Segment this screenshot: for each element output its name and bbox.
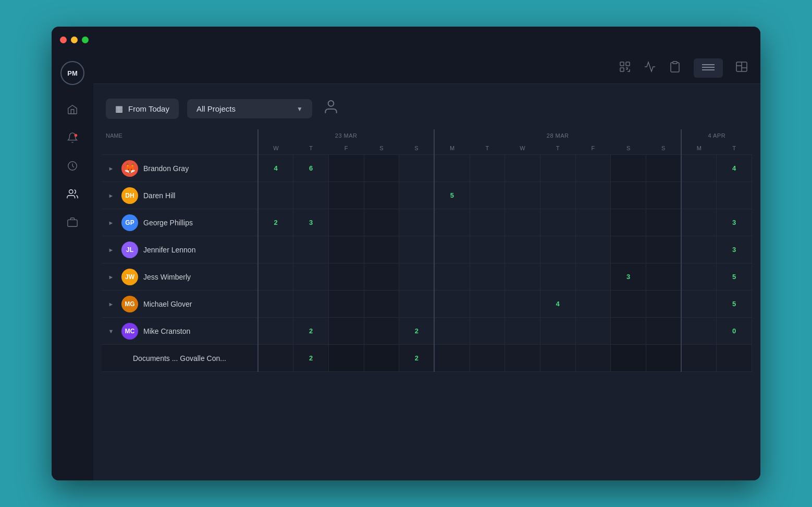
- expand-button[interactable]: ►: [106, 272, 116, 282]
- grid-cell[interactable]: [646, 345, 681, 372]
- grid-cell[interactable]: [646, 318, 681, 345]
- grid-cell[interactable]: [328, 263, 364, 291]
- grid-cell[interactable]: 5: [717, 263, 752, 291]
- grid-cell[interactable]: [470, 155, 505, 182]
- grid-cell[interactable]: [611, 209, 646, 236]
- grid-cell[interactable]: [646, 236, 681, 263]
- grid-cell[interactable]: [328, 345, 364, 372]
- grid-cell[interactable]: [293, 263, 329, 291]
- grid-container[interactable]: NAME 23 MAR 28 MAR 4 APR: [93, 129, 760, 480]
- grid-cell[interactable]: [681, 318, 717, 345]
- grid-cell[interactable]: 6: [293, 155, 329, 182]
- grid-cell[interactable]: [575, 263, 611, 291]
- grid-cell[interactable]: [540, 209, 575, 236]
- grid-cell[interactable]: 2: [293, 318, 329, 345]
- table-view-icon[interactable]: [694, 58, 723, 78]
- grid-cell[interactable]: [399, 236, 435, 263]
- grid-cell[interactable]: [434, 236, 470, 263]
- grid-cell[interactable]: [646, 182, 681, 209]
- grid-cell[interactable]: [540, 345, 575, 372]
- grid-cell[interactable]: [293, 291, 329, 318]
- grid-cell[interactable]: [399, 209, 435, 236]
- grid-cell[interactable]: 3: [293, 209, 329, 236]
- grid-cell[interactable]: [611, 155, 646, 182]
- grid-cell[interactable]: 2: [399, 345, 435, 372]
- grid-cell[interactable]: [470, 318, 505, 345]
- grid-cell[interactable]: [364, 182, 399, 209]
- maximize-button[interactable]: [82, 37, 89, 43]
- grid-cell[interactable]: [364, 291, 399, 318]
- grid-cell[interactable]: [364, 209, 399, 236]
- grid-cell[interactable]: [434, 318, 470, 345]
- grid-cell[interactable]: [505, 182, 540, 209]
- grid-cell[interactable]: [681, 345, 717, 372]
- scan-icon[interactable]: [619, 61, 631, 76]
- grid-cell[interactable]: [434, 155, 470, 182]
- grid-cell[interactable]: [470, 236, 505, 263]
- grid-cell[interactable]: [540, 155, 575, 182]
- grid-cell[interactable]: [328, 291, 364, 318]
- grid-cell[interactable]: 4: [717, 155, 752, 182]
- grid-cell[interactable]: [505, 345, 540, 372]
- grid-cell[interactable]: [399, 263, 435, 291]
- grid-cell[interactable]: [611, 318, 646, 345]
- grid-cell[interactable]: [681, 263, 717, 291]
- grid-cell[interactable]: [681, 291, 717, 318]
- grid-cell[interactable]: [293, 236, 329, 263]
- grid-cell[interactable]: [505, 318, 540, 345]
- grid-cell[interactable]: [434, 291, 470, 318]
- sidebar-item-time[interactable]: [60, 154, 84, 178]
- grid-cell[interactable]: [470, 182, 505, 209]
- grid-cell[interactable]: [505, 236, 540, 263]
- grid-cell[interactable]: [258, 318, 293, 345]
- grid-cell[interactable]: [328, 155, 364, 182]
- grid-cell[interactable]: [434, 263, 470, 291]
- grid-cell[interactable]: [717, 182, 752, 209]
- grid-cell[interactable]: 2: [399, 318, 435, 345]
- activity-icon[interactable]: [644, 61, 656, 76]
- grid-cell[interactable]: [399, 182, 435, 209]
- grid-cell[interactable]: [364, 345, 399, 372]
- grid-cell[interactable]: 4: [540, 291, 575, 318]
- grid-cell[interactable]: [258, 291, 293, 318]
- grid-cell[interactable]: [681, 209, 717, 236]
- grid-cell[interactable]: 2: [293, 345, 329, 372]
- grid-cell[interactable]: [434, 345, 470, 372]
- grid-cell[interactable]: [399, 155, 435, 182]
- close-button[interactable]: [60, 37, 67, 43]
- grid-cell[interactable]: [575, 345, 611, 372]
- grid-cell[interactable]: [470, 345, 505, 372]
- grid-cell[interactable]: 0: [717, 318, 752, 345]
- grid-cell[interactable]: [646, 291, 681, 318]
- projects-dropdown[interactable]: All Projects ▼: [187, 99, 312, 118]
- grid-cell[interactable]: [646, 209, 681, 236]
- grid-cell[interactable]: 4: [258, 155, 293, 182]
- grid-cell[interactable]: [575, 182, 611, 209]
- grid-cell[interactable]: [505, 155, 540, 182]
- grid-cell[interactable]: [681, 236, 717, 263]
- grid-cell[interactable]: [611, 291, 646, 318]
- grid-cell[interactable]: [540, 318, 575, 345]
- grid-cell[interactable]: [364, 318, 399, 345]
- grid-cell[interactable]: [470, 263, 505, 291]
- split-view-icon[interactable]: [735, 61, 748, 76]
- grid-cell[interactable]: [364, 236, 399, 263]
- expand-button[interactable]: ►: [106, 163, 116, 174]
- grid-cell[interactable]: 5: [434, 182, 470, 209]
- grid-cell[interactable]: [470, 291, 505, 318]
- grid-cell[interactable]: [575, 155, 611, 182]
- grid-cell[interactable]: [399, 291, 435, 318]
- grid-cell[interactable]: 2: [258, 209, 293, 236]
- grid-cell[interactable]: [611, 236, 646, 263]
- grid-cell[interactable]: [364, 155, 399, 182]
- grid-cell[interactable]: [540, 182, 575, 209]
- grid-cell[interactable]: [646, 155, 681, 182]
- sidebar-item-projects[interactable]: [60, 210, 84, 234]
- grid-cell[interactable]: [611, 182, 646, 209]
- clipboard-icon[interactable]: [669, 61, 681, 76]
- grid-cell[interactable]: [646, 263, 681, 291]
- person-filter-button[interactable]: [321, 96, 341, 121]
- grid-cell[interactable]: [575, 209, 611, 236]
- grid-cell[interactable]: [293, 182, 329, 209]
- grid-cell[interactable]: [470, 209, 505, 236]
